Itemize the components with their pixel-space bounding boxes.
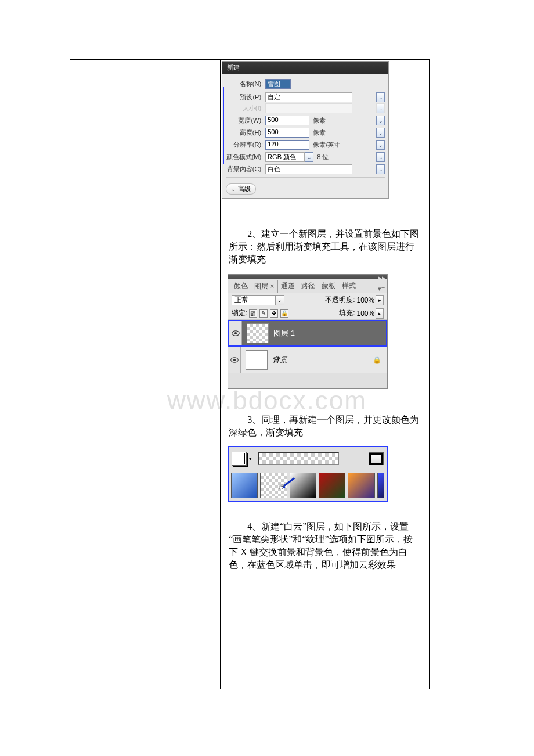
step-4-text: 4、新建“白云”图层，如下图所示，设置“画笔笔尖形状”和“纹理”选项如下图所示，… <box>221 510 429 574</box>
fill-slider-icon[interactable]: ▸ <box>376 308 384 319</box>
blend-mode-select[interactable]: 正常 <box>232 295 276 305</box>
height-unit: 像素 <box>313 128 345 137</box>
blend-mode-dropdown-icon[interactable]: ⌄ <box>276 295 284 305</box>
width-label: 宽度(W): <box>226 116 265 125</box>
layer-1-row[interactable]: 图层 1 <box>228 320 387 347</box>
advanced-toggle[interactable]: ⌄ 高级 <box>226 183 256 195</box>
lock-brush-icon[interactable]: ✎ <box>259 309 268 318</box>
background-visibility-icon[interactable] <box>228 347 241 373</box>
bit-depth: 8 位 <box>317 153 349 161</box>
dialog-title: 新建 <box>222 62 388 74</box>
color-mode-dropdown-icon[interactable]: ⌄ <box>305 152 313 162</box>
preset-select[interactable]: 自定 <box>265 92 352 102</box>
height-unit-dropdown-icon[interactable]: ⌄ <box>376 128 385 138</box>
expand-arrow-icon[interactable]: ▸▸ <box>378 274 385 282</box>
gradient-preset-6[interactable] <box>377 473 385 498</box>
lock-icon: 🔒 <box>373 356 381 364</box>
tab-styles[interactable]: 样式 <box>338 279 359 293</box>
background-thumbnail <box>246 350 268 370</box>
opacity-label: 不透明度: <box>325 295 355 305</box>
left-empty-cell <box>70 60 221 689</box>
name-input[interactable]: 雪图 <box>265 79 291 89</box>
color-mode-label: 颜色模式(M): <box>226 153 265 161</box>
lock-transparent-icon[interactable]: ▧ <box>249 309 257 318</box>
gradient-preset-5[interactable] <box>348 473 374 498</box>
opacity-slider-icon[interactable]: ▸ <box>376 295 384 305</box>
background-layer-name: 背景 <box>272 355 287 365</box>
resolution-unit: 像素/英寸 <box>313 141 345 149</box>
gradient-preset-3[interactable] <box>290 473 316 498</box>
fill-label: 填充: <box>339 308 355 318</box>
new-document-dialog: 新建 名称(N): 雪图 预设(P): 自定 ⌄ 大小(I): ⌄ 宽度(W):… <box>222 61 389 199</box>
swatch-dropdown-icon[interactable]: ▾ <box>249 456 252 462</box>
layer-1-name: 图层 1 <box>273 328 295 339</box>
gradient-preset-1[interactable] <box>231 473 258 498</box>
resolution-label: 分辨率(R): <box>226 141 265 149</box>
preset-label: 预设(P): <box>226 93 265 102</box>
bit-depth-dropdown-icon[interactable]: ⌄ <box>376 152 385 162</box>
fg-bg-swatch[interactable] <box>232 452 247 466</box>
panel-bottom <box>228 373 387 388</box>
gradient-options: ▾ <box>228 446 388 502</box>
tab-layers[interactable]: 图层 × <box>251 280 277 293</box>
tab-paths[interactable]: 路径 <box>298 279 319 293</box>
gradient-preset-2[interactable] <box>260 473 287 498</box>
lock-label: 锁定: <box>232 308 247 318</box>
name-label: 名称(N): <box>226 80 265 88</box>
lock-move-icon[interactable]: ✥ <box>270 309 278 318</box>
width-input[interactable]: 500 <box>265 116 309 125</box>
color-mode-select[interactable]: RGB 颜色 <box>265 152 305 162</box>
resolution-unit-dropdown-icon[interactable]: ⌄ <box>376 140 385 150</box>
opacity-value: 100% <box>356 296 374 304</box>
preset-dropdown-icon[interactable]: ⌄ <box>376 92 385 102</box>
lock-all-icon[interactable]: 🔒 <box>280 309 288 318</box>
bg-content-label: 背景内容(C): <box>226 165 265 174</box>
gradient-presets <box>229 470 387 501</box>
size-label: 大小(I): <box>226 104 265 113</box>
tab-channels[interactable]: 通道 <box>277 279 298 293</box>
layers-panel: ▸▸ 颜色 图层 × 通道 路径 蒙板 样式 ▾≡ 正常 ⌄ 不透明度: 100… <box>228 274 388 389</box>
resolution-input[interactable]: 120 <box>265 140 309 150</box>
step-3-text: 3、同理，再新建一个图层，并更改颜色为深绿色，渐变填充 <box>221 403 429 441</box>
panel-grip: ▸▸ <box>228 275 387 279</box>
panel-tabs: 颜色 图层 × 通道 路径 蒙板 样式 ▾≡ <box>228 279 387 293</box>
layer-1-thumbnail <box>247 323 269 343</box>
height-input[interactable]: 500 <box>265 128 309 138</box>
width-unit: 像素 <box>313 116 345 125</box>
advanced-label: 高级 <box>238 185 251 193</box>
height-label: 高度(H): <box>226 128 265 137</box>
layer-1-visibility-icon[interactable] <box>229 321 242 345</box>
size-dropdown-icon: ⌄ <box>376 103 385 113</box>
gradient-type-linear[interactable] <box>369 452 384 465</box>
right-content-cell: 新建 名称(N): 雪图 预设(P): 自定 ⌄ 大小(I): ⌄ 宽度(W):… <box>221 60 430 689</box>
bg-content-dropdown-icon[interactable]: ⌄ <box>376 164 385 174</box>
document-table: 新建 名称(N): 雪图 预设(P): 自定 ⌄ 大小(I): ⌄ 宽度(W):… <box>70 59 430 689</box>
size-select <box>265 103 352 113</box>
chevron-down-icon: ⌄ <box>231 186 236 192</box>
svg-point-3 <box>233 358 236 361</box>
tab-masks[interactable]: 蒙板 <box>318 279 339 293</box>
bg-content-select[interactable]: 白色 <box>265 164 352 174</box>
step-2-text: 2、建立一个新图层，并设置前景色如下图所示：然后利用渐变填充工具，在该图层进行渐… <box>221 217 429 268</box>
fill-value: 100% <box>356 309 374 318</box>
svg-point-1 <box>234 332 237 334</box>
gradient-preview[interactable] <box>258 452 339 465</box>
gradient-preset-4[interactable] <box>319 473 345 498</box>
panel-menu-icon[interactable]: ▾≡ <box>378 285 385 293</box>
tab-color[interactable]: 颜色 <box>230 279 251 293</box>
background-layer-row[interactable]: 背景 🔒 <box>228 347 387 373</box>
width-unit-dropdown-icon[interactable]: ⌄ <box>376 116 385 125</box>
